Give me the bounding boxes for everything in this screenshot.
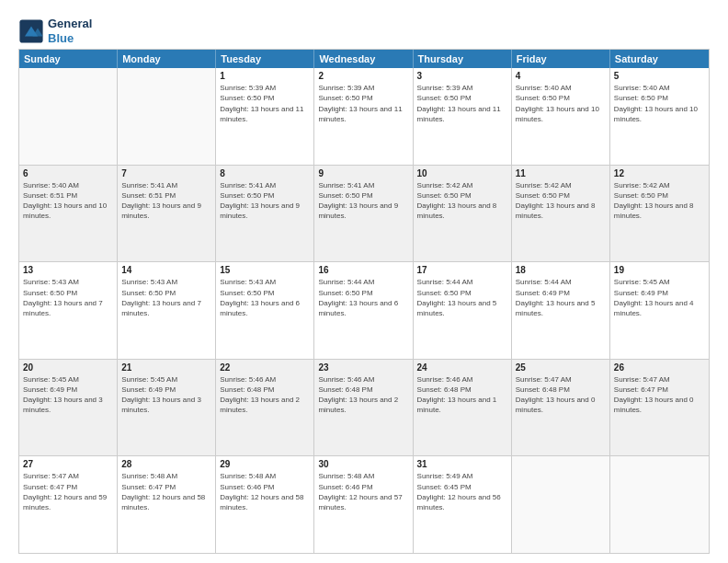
calendar-cell: 1Sunrise: 5:39 AM Sunset: 6:50 PM Daylig… bbox=[216, 68, 314, 165]
weekday-header: Saturday bbox=[610, 50, 709, 68]
day-number: 14 bbox=[121, 265, 211, 275]
header: General Blue bbox=[18, 17, 710, 45]
calendar-cell bbox=[512, 456, 610, 553]
cell-info: Sunrise: 5:39 AM Sunset: 6:50 PM Dayligh… bbox=[318, 83, 408, 124]
calendar-cell: 31Sunrise: 5:49 AM Sunset: 6:45 PM Dayli… bbox=[414, 456, 512, 553]
calendar-cell: 30Sunrise: 5:48 AM Sunset: 6:46 PM Dayli… bbox=[314, 456, 413, 553]
day-number: 17 bbox=[417, 265, 507, 275]
day-number: 26 bbox=[614, 362, 705, 373]
calendar-cell: 7Sunrise: 5:41 AM Sunset: 6:51 PM Daylig… bbox=[118, 166, 216, 262]
cell-info: Sunrise: 5:48 AM Sunset: 6:47 PM Dayligh… bbox=[121, 471, 211, 512]
calendar-cell: 17Sunrise: 5:44 AM Sunset: 6:50 PM Dayli… bbox=[414, 262, 512, 359]
cell-info: Sunrise: 5:46 AM Sunset: 6:48 PM Dayligh… bbox=[417, 374, 507, 416]
calendar-cell: 10Sunrise: 5:42 AM Sunset: 6:50 PM Dayli… bbox=[414, 166, 512, 262]
calendar-cell bbox=[118, 68, 216, 165]
calendar-row: 27Sunrise: 5:47 AM Sunset: 6:47 PM Dayli… bbox=[19, 455, 709, 553]
calendar-row: 1Sunrise: 5:39 AM Sunset: 6:50 PM Daylig… bbox=[19, 68, 709, 165]
day-number: 7 bbox=[121, 168, 211, 178]
calendar-cell: 22Sunrise: 5:46 AM Sunset: 6:48 PM Dayli… bbox=[216, 360, 314, 456]
weekday-header: Sunday bbox=[19, 50, 118, 68]
day-number: 8 bbox=[220, 168, 310, 178]
day-number: 2 bbox=[318, 71, 408, 81]
day-number: 24 bbox=[417, 362, 507, 373]
cell-info: Sunrise: 5:41 AM Sunset: 6:51 PM Dayligh… bbox=[121, 180, 211, 222]
cell-info: Sunrise: 5:40 AM Sunset: 6:51 PM Dayligh… bbox=[23, 180, 113, 222]
calendar-cell: 9Sunrise: 5:41 AM Sunset: 6:50 PM Daylig… bbox=[314, 166, 413, 262]
cell-info: Sunrise: 5:47 AM Sunset: 6:48 PM Dayligh… bbox=[516, 374, 606, 416]
day-number: 10 bbox=[417, 168, 507, 178]
calendar-cell: 26Sunrise: 5:47 AM Sunset: 6:47 PM Dayli… bbox=[610, 360, 709, 456]
day-number: 23 bbox=[318, 362, 408, 373]
cell-info: Sunrise: 5:43 AM Sunset: 6:50 PM Dayligh… bbox=[23, 277, 113, 318]
day-number: 12 bbox=[614, 168, 705, 178]
cell-info: Sunrise: 5:41 AM Sunset: 6:50 PM Dayligh… bbox=[318, 180, 408, 222]
cell-info: Sunrise: 5:45 AM Sunset: 6:49 PM Dayligh… bbox=[23, 374, 113, 416]
day-number: 18 bbox=[516, 265, 606, 275]
calendar-header: SundayMondayTuesdayWednesdayThursdayFrid… bbox=[19, 50, 709, 68]
calendar-cell: 12Sunrise: 5:42 AM Sunset: 6:50 PM Dayli… bbox=[610, 166, 709, 262]
day-number: 1 bbox=[220, 71, 310, 81]
cell-info: Sunrise: 5:47 AM Sunset: 6:47 PM Dayligh… bbox=[23, 471, 113, 512]
day-number: 25 bbox=[516, 362, 606, 373]
calendar-cell: 14Sunrise: 5:43 AM Sunset: 6:50 PM Dayli… bbox=[118, 262, 216, 359]
calendar-row: 6Sunrise: 5:40 AM Sunset: 6:51 PM Daylig… bbox=[19, 165, 709, 262]
day-number: 15 bbox=[220, 265, 310, 275]
cell-info: Sunrise: 5:48 AM Sunset: 6:46 PM Dayligh… bbox=[220, 471, 310, 512]
calendar-cell: 8Sunrise: 5:41 AM Sunset: 6:50 PM Daylig… bbox=[216, 166, 314, 262]
day-number: 21 bbox=[121, 362, 211, 373]
calendar-cell: 16Sunrise: 5:44 AM Sunset: 6:50 PM Dayli… bbox=[314, 262, 413, 359]
calendar-row: 13Sunrise: 5:43 AM Sunset: 6:50 PM Dayli… bbox=[19, 261, 709, 359]
day-number: 27 bbox=[23, 459, 113, 469]
day-number: 5 bbox=[614, 71, 705, 81]
calendar-row: 20Sunrise: 5:45 AM Sunset: 6:49 PM Dayli… bbox=[19, 359, 709, 456]
cell-info: Sunrise: 5:48 AM Sunset: 6:46 PM Dayligh… bbox=[318, 471, 408, 512]
logo-text: General Blue bbox=[48, 17, 92, 45]
cell-info: Sunrise: 5:43 AM Sunset: 6:50 PM Dayligh… bbox=[220, 277, 310, 318]
calendar-cell: 3Sunrise: 5:39 AM Sunset: 6:50 PM Daylig… bbox=[414, 68, 512, 165]
logo-icon bbox=[18, 18, 44, 44]
cell-info: Sunrise: 5:47 AM Sunset: 6:47 PM Dayligh… bbox=[614, 374, 705, 416]
calendar-cell: 19Sunrise: 5:45 AM Sunset: 6:49 PM Dayli… bbox=[610, 262, 709, 359]
day-number: 29 bbox=[220, 459, 310, 469]
calendar-cell: 2Sunrise: 5:39 AM Sunset: 6:50 PM Daylig… bbox=[314, 68, 413, 165]
weekday-header: Friday bbox=[512, 50, 610, 68]
calendar-cell: 13Sunrise: 5:43 AM Sunset: 6:50 PM Dayli… bbox=[19, 262, 118, 359]
day-number: 22 bbox=[220, 362, 310, 373]
cell-info: Sunrise: 5:46 AM Sunset: 6:48 PM Dayligh… bbox=[220, 374, 310, 416]
cell-info: Sunrise: 5:44 AM Sunset: 6:50 PM Dayligh… bbox=[417, 277, 507, 318]
calendar-cell: 29Sunrise: 5:48 AM Sunset: 6:46 PM Dayli… bbox=[216, 456, 314, 553]
day-number: 16 bbox=[318, 265, 408, 275]
cell-info: Sunrise: 5:49 AM Sunset: 6:45 PM Dayligh… bbox=[417, 471, 507, 512]
calendar-cell: 6Sunrise: 5:40 AM Sunset: 6:51 PM Daylig… bbox=[19, 166, 118, 262]
calendar-cell: 28Sunrise: 5:48 AM Sunset: 6:47 PM Dayli… bbox=[118, 456, 216, 553]
cell-info: Sunrise: 5:39 AM Sunset: 6:50 PM Dayligh… bbox=[220, 83, 310, 124]
day-number: 4 bbox=[516, 71, 606, 81]
calendar-cell: 11Sunrise: 5:42 AM Sunset: 6:50 PM Dayli… bbox=[512, 166, 610, 262]
calendar-cell: 20Sunrise: 5:45 AM Sunset: 6:49 PM Dayli… bbox=[19, 360, 118, 456]
day-number: 9 bbox=[318, 168, 408, 178]
cell-info: Sunrise: 5:45 AM Sunset: 6:49 PM Dayligh… bbox=[121, 374, 211, 416]
day-number: 19 bbox=[614, 265, 705, 275]
weekday-header: Thursday bbox=[414, 50, 512, 68]
calendar-cell: 15Sunrise: 5:43 AM Sunset: 6:50 PM Dayli… bbox=[216, 262, 314, 359]
calendar-cell: 4Sunrise: 5:40 AM Sunset: 6:50 PM Daylig… bbox=[512, 68, 610, 165]
cell-info: Sunrise: 5:41 AM Sunset: 6:50 PM Dayligh… bbox=[220, 180, 310, 222]
day-number: 11 bbox=[516, 168, 606, 178]
weekday-header: Monday bbox=[118, 50, 216, 68]
calendar-cell: 21Sunrise: 5:45 AM Sunset: 6:49 PM Dayli… bbox=[118, 360, 216, 456]
calendar-cell: 27Sunrise: 5:47 AM Sunset: 6:47 PM Dayli… bbox=[19, 456, 118, 553]
cell-info: Sunrise: 5:44 AM Sunset: 6:49 PM Dayligh… bbox=[516, 277, 606, 318]
day-number: 3 bbox=[417, 71, 507, 81]
cell-info: Sunrise: 5:42 AM Sunset: 6:50 PM Dayligh… bbox=[614, 180, 705, 222]
day-number: 13 bbox=[23, 265, 113, 275]
cell-info: Sunrise: 5:46 AM Sunset: 6:48 PM Dayligh… bbox=[318, 374, 408, 416]
cell-info: Sunrise: 5:39 AM Sunset: 6:50 PM Dayligh… bbox=[417, 83, 507, 124]
calendar-cell bbox=[610, 456, 709, 553]
calendar-cell: 5Sunrise: 5:40 AM Sunset: 6:50 PM Daylig… bbox=[610, 68, 709, 165]
calendar-cell: 23Sunrise: 5:46 AM Sunset: 6:48 PM Dayli… bbox=[314, 360, 413, 456]
day-number: 6 bbox=[23, 168, 113, 178]
cell-info: Sunrise: 5:44 AM Sunset: 6:50 PM Dayligh… bbox=[318, 277, 408, 318]
calendar-cell: 25Sunrise: 5:47 AM Sunset: 6:48 PM Dayli… bbox=[512, 360, 610, 456]
cell-info: Sunrise: 5:40 AM Sunset: 6:50 PM Dayligh… bbox=[516, 83, 606, 124]
cell-info: Sunrise: 5:42 AM Sunset: 6:50 PM Dayligh… bbox=[516, 180, 606, 222]
